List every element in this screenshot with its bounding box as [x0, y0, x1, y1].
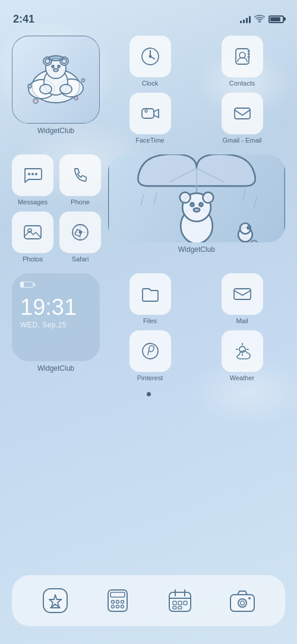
- svg-point-52: [194, 208, 200, 211]
- svg-point-49: [203, 192, 213, 203]
- app-item-contacts[interactable]: Contacts: [199, 36, 285, 87]
- photos-icon-container: [12, 211, 53, 253]
- svg-point-0: [259, 21, 260, 22]
- app-item-weather[interactable]: Weather: [199, 330, 285, 381]
- app-item-phone[interactable]: Phone: [59, 154, 101, 206]
- calendar-icon: [163, 583, 197, 618]
- page-dot-active: [147, 392, 151, 396]
- svg-point-20: [49, 56, 63, 61]
- svg-point-14: [40, 84, 52, 94]
- svg-rect-30: [142, 109, 154, 118]
- app-label-photos: Photos: [23, 255, 43, 263]
- svg-rect-36: [24, 226, 41, 239]
- clock-battery-icon: [20, 282, 33, 288]
- contacts-icon-container: [222, 36, 263, 77]
- svg-point-17: [74, 96, 78, 100]
- status-time: 2:41: [13, 13, 34, 26]
- svg-point-41: [80, 232, 81, 233]
- app-grid-row1: Clock Contacts: [107, 36, 285, 144]
- facetime-icon-container: [129, 93, 171, 134]
- svg-rect-88: [230, 595, 254, 611]
- dock: [12, 575, 285, 626]
- svg-point-11: [52, 65, 54, 68]
- svg-point-13: [53, 69, 58, 72]
- svg-point-33: [28, 173, 30, 175]
- phone-icon-container: [59, 154, 101, 196]
- app-item-messages[interactable]: Messages: [12, 154, 53, 206]
- svg-point-48: [180, 192, 191, 203]
- wifi-icon: [254, 14, 265, 24]
- svg-point-51: [199, 203, 203, 206]
- dock-item-appstore[interactable]: [38, 583, 72, 618]
- app-label-pinterest: Pinterest: [137, 374, 163, 381]
- clock-widget: 19:31 WED, Sep.25: [12, 273, 100, 361]
- app-grid-row3: Files Mail: [107, 273, 285, 381]
- app-item-facetime[interactable]: FaceTime: [107, 93, 193, 144]
- row-2: Messages Phone: [12, 154, 285, 263]
- app-label-facetime: FaceTime: [135, 137, 165, 144]
- mail-icon-container: [222, 273, 263, 315]
- row-1: WidgetClub Clock: [12, 36, 285, 144]
- app-item-safari[interactable]: Safari: [59, 211, 101, 263]
- svg-point-50: [191, 203, 194, 206]
- svg-point-16: [33, 99, 38, 103]
- pinterest-icon-container: [129, 330, 171, 372]
- svg-point-59: [248, 226, 250, 229]
- clock-widget-time: 19:31: [20, 296, 91, 318]
- battery-icon: [268, 15, 284, 23]
- safari-icon-container: [59, 211, 101, 253]
- svg-rect-69: [43, 589, 67, 613]
- app-label-gmail: Gmail - Email: [222, 137, 261, 144]
- app-item-gmail[interactable]: Gmail - Email: [199, 93, 285, 144]
- svg-point-34: [31, 173, 34, 175]
- files-icon-container: [129, 273, 171, 315]
- gmail-icon-container: [222, 93, 263, 134]
- widgetclub-image-2: [108, 154, 285, 242]
- clock-widget-wrapper[interactable]: 19:31 WED, Sep.25 WidgetClub: [12, 273, 100, 372]
- page-indicator: [12, 392, 285, 396]
- camera-icon: [225, 583, 260, 618]
- clock-widget-date: WED, Sep.25: [20, 321, 91, 329]
- app-label-weather: Weather: [230, 374, 254, 381]
- svg-point-61: [251, 241, 257, 242]
- dock-item-camera[interactable]: [225, 583, 260, 618]
- app-label-clock: Clock: [142, 80, 159, 87]
- svg-point-35: [35, 173, 37, 175]
- row-3: 19:31 WED, Sep.25 WidgetClub Files: [12, 273, 285, 381]
- app-label-files: Files: [143, 317, 157, 324]
- app-item-photos[interactable]: Photos: [12, 211, 53, 263]
- svg-point-15: [60, 84, 72, 94]
- appstore-icon: [38, 583, 72, 618]
- app-grid-2x2-left: Messages Phone: [12, 154, 101, 263]
- app-label-mail: Mail: [236, 317, 248, 324]
- svg-rect-62: [234, 289, 251, 299]
- svg-point-19: [82, 79, 85, 82]
- dock-item-calculator[interactable]: [100, 583, 135, 618]
- calculator-icon: [100, 583, 135, 618]
- app-label-safari: Safari: [72, 255, 89, 263]
- status-bar: 2:41: [0, 0, 297, 30]
- widgetclub-widget-2[interactable]: WidgetClub: [108, 154, 285, 254]
- messages-icon-container: [12, 154, 53, 196]
- svg-point-18: [28, 84, 31, 88]
- widgetclub-label-1: WidgetClub: [37, 127, 74, 135]
- widgetclub-label-2: WidgetClub: [178, 245, 215, 254]
- app-label-contacts: Contacts: [229, 80, 255, 87]
- svg-point-24: [149, 56, 151, 58]
- svg-rect-32: [235, 108, 250, 119]
- app-item-clock[interactable]: Clock: [107, 36, 193, 87]
- app-grid-row2-left: Messages Phone: [12, 154, 101, 263]
- app-item-pinterest[interactable]: Pinterest: [107, 330, 193, 381]
- dock-item-calendar[interactable]: [163, 583, 197, 618]
- svg-point-31: [145, 110, 147, 112]
- widgetclub-widget-1[interactable]: WidgetClub: [12, 36, 100, 135]
- svg-point-12: [58, 65, 60, 68]
- app-label-messages: Messages: [18, 198, 48, 206]
- app-item-files[interactable]: Files: [107, 273, 193, 324]
- widgetclub-image-1: [12, 36, 100, 124]
- app-item-mail[interactable]: Mail: [199, 273, 285, 324]
- signal-icon: [240, 15, 251, 23]
- main-content: WidgetClub Clock: [0, 30, 297, 396]
- app-label-phone: Phone: [71, 198, 90, 206]
- status-icons: [240, 14, 284, 24]
